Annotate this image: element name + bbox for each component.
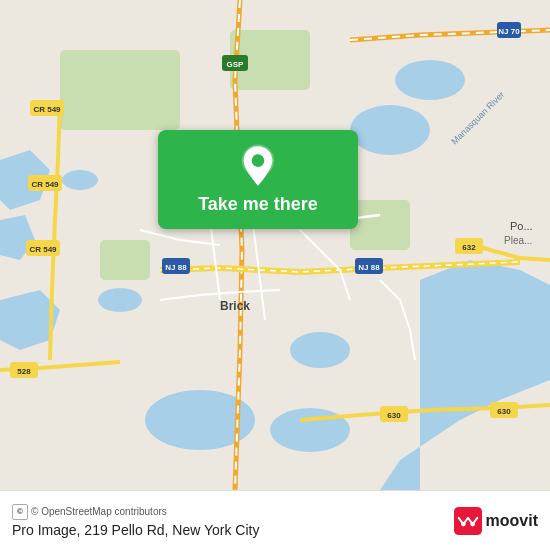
svg-text:630: 630 [497,407,511,416]
svg-text:NJ 88: NJ 88 [165,263,187,272]
svg-rect-14 [350,200,410,250]
moovit-icon [454,507,482,535]
svg-point-6 [395,60,465,100]
osm-credit: © © OpenStreetMap contributors [12,504,259,520]
svg-text:CR 549: CR 549 [31,180,59,189]
osm-credit-text: © OpenStreetMap contributors [31,506,167,517]
svg-rect-44 [454,507,482,535]
svg-text:GSP: GSP [227,60,245,69]
osm-logo: © [12,504,28,520]
svg-text:CR 549: CR 549 [33,105,61,114]
button-label: Take me there [198,194,318,215]
svg-point-9 [290,332,350,368]
svg-text:528: 528 [17,367,31,376]
map-container: Manasquan River GSP NJ 70 NJ 88 NJ 88 CR… [0,0,550,490]
svg-point-11 [270,408,350,452]
footer: © © OpenStreetMap contributors Pro Image… [0,490,550,550]
moovit-text: moovit [486,512,538,530]
take-me-there-button[interactable]: Take me there [158,130,358,229]
svg-text:CR 549: CR 549 [29,245,57,254]
location-name: Pro Image, 219 Pello Rd, New York City [12,522,259,538]
svg-text:Po...: Po... [510,220,533,232]
svg-point-5 [350,105,430,155]
svg-rect-15 [100,240,150,280]
svg-point-7 [62,170,98,190]
svg-point-8 [98,288,142,312]
svg-text:Plea...: Plea... [504,235,532,246]
map-svg: Manasquan River GSP NJ 70 NJ 88 NJ 88 CR… [0,0,550,490]
footer-left: © © OpenStreetMap contributors Pro Image… [12,504,259,538]
svg-text:Brick: Brick [220,299,250,313]
svg-text:632: 632 [462,243,476,252]
svg-point-43 [252,154,265,167]
svg-text:NJ 70: NJ 70 [498,27,520,36]
svg-rect-12 [60,50,180,130]
svg-text:630: 630 [387,411,401,420]
svg-text:NJ 88: NJ 88 [358,263,380,272]
moovit-logo: moovit [454,507,538,535]
location-pin-icon [240,144,276,188]
